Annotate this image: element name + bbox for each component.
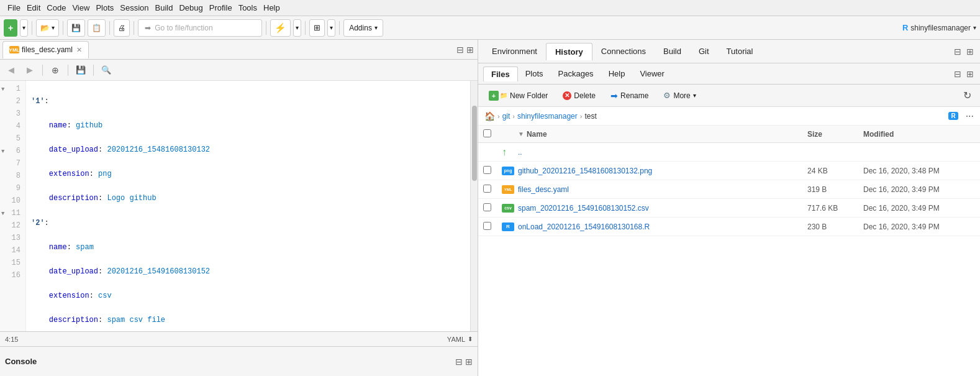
minimize-console-icon[interactable]: ⊟ [455,357,463,367]
size-column-header[interactable]: Size [807,130,863,139]
menu-profile[interactable]: Profile [207,2,235,14]
rename-button[interactable]: ➡ Rename [605,88,654,103]
bc-git[interactable]: git [502,112,510,121]
scrollbar-thumb[interactable] [472,106,477,181]
more-button[interactable]: ⚙ More ▾ [658,88,701,103]
print-button[interactable]: 🖨 [114,19,130,37]
more-dropdown-icon: ▾ [693,92,696,99]
new-file-button[interactable]: + [4,19,17,37]
minimize-editor-icon[interactable]: ⊟ [456,45,464,55]
file-name-csv[interactable]: spam_20201216_15491608130152.csv [518,204,807,213]
tab-packages[interactable]: Packages [551,66,601,81]
goto-input[interactable]: ➡ Go to file/function [138,19,262,37]
file-name-yaml[interactable]: files_desc.yaml [518,185,807,194]
open-file-button[interactable]: 📂 ▾ [36,19,59,37]
tab-build[interactable]: Build [655,43,690,60]
home-icon[interactable]: 🏠 [484,111,495,121]
modified-column-header[interactable]: Modified [863,130,975,139]
bc-arrow-2: › [512,112,515,120]
tab-tutorial[interactable]: Tutorial [718,43,762,60]
refresh-button[interactable]: ↻ [960,89,975,102]
yaml-file-icon: YML [9,46,19,53]
file-checkbox-3[interactable] [483,203,491,211]
run-button[interactable]: ⚡ [270,19,291,37]
breadcrumb: 🏠 › git › shinyfilesmanager › test R ··· [478,107,980,126]
tab-plots[interactable]: Plots [518,66,551,81]
addins-button[interactable]: Addins ▾ [343,19,383,37]
tab-git[interactable]: Git [690,43,718,60]
menu-view[interactable]: View [70,2,92,14]
file-name-up[interactable]: .. [518,148,807,157]
minimize-files-icon[interactable]: ⊟ [953,68,963,80]
menu-help[interactable]: Help [261,2,283,14]
bc-shinyfilesmanager[interactable]: shinyfilesmanager [517,112,578,121]
maximize-console-icon[interactable]: ⊞ [465,357,473,367]
code-content[interactable]: '1': name: github date_upload: 20201216_… [26,81,470,331]
main-toolbar: + ▾ 📂 ▾ 💾 📋 🖨 ➡ Go to file/function ⚡ ▾ … [0,16,980,40]
maximize-right-icon[interactable]: ⊞ [965,45,975,58]
tab-environment[interactable]: Environment [483,43,546,60]
menu-edit[interactable]: Edit [24,2,43,14]
file-modified-r: Dec 16, 2020, 3:49 PM [863,222,975,231]
name-column-header[interactable]: ▼ Name [518,130,807,139]
tab-viewer[interactable]: Viewer [632,66,672,81]
save-all-button[interactable]: 📋 [88,19,106,37]
new-folder-button[interactable]: + 📁 New Folder [483,88,553,103]
maximize-editor-icon[interactable]: ⊞ [466,45,474,55]
select-all-checkbox[interactable] [483,129,491,137]
file-modified-csv: Dec 16, 2020, 3:49 PM [863,204,975,213]
editor-toolbar: ◀ ▶ ⊕ 💾 🔍 [0,60,478,81]
editor-tab-yaml[interactable]: YML files_desc.yaml ✕ [2,41,89,58]
file-list: ↑ .. png github_20201216_15481608130132.… [478,143,980,376]
new-folder-icon: + 📁 [489,91,507,101]
r-file-icon: R [502,222,514,231]
menu-debug[interactable]: Debug [176,2,205,14]
menu-plots[interactable]: Plots [93,2,116,14]
new-file-dropdown[interactable]: ▾ [20,19,28,37]
file-checkbox-4[interactable] [483,222,491,230]
file-size-png: 24 KB [807,167,863,175]
editor-scrollbar[interactable] [470,81,478,331]
addins-dropdown-icon: ▾ [374,24,378,31]
menu-file[interactable]: File [5,2,23,14]
r-file-badge: R [948,112,958,120]
name-header-label: Name [527,130,547,139]
run-dropdown[interactable]: ▾ [293,19,301,37]
tab-files[interactable]: Files [483,66,518,81]
tab-connections[interactable]: Connections [592,43,655,60]
menu-code[interactable]: Code [44,2,68,14]
tab-help[interactable]: Help [601,66,633,81]
minimize-right-icon[interactable]: ⊟ [953,45,963,58]
lang-dropdown-icon[interactable]: ⬍ [468,336,473,342]
tab-close-icon[interactable]: ✕ [76,46,82,54]
table-button[interactable]: ⊞ [309,19,325,37]
file-name-r[interactable]: onLoad_20201216_15491608130168.R [518,222,807,231]
find-button[interactable]: 🔍 [99,63,114,78]
user-name: shinyfilesmanager [910,24,971,32]
second-tabs-bar: Files Plots Packages Help Viewer ⊟ ⊞ [478,63,980,85]
new-folder-label: New Folder [510,91,548,100]
menu-session[interactable]: Session [117,2,151,14]
file-checkbox-2[interactable] [483,185,491,193]
tab-history[interactable]: History [546,43,592,60]
table-dropdown[interactable]: ▾ [327,19,335,37]
back-button[interactable]: ◀ [4,63,19,78]
menu-build[interactable]: Build [153,2,176,14]
yaml-file-icon: YML [502,185,514,194]
menu-tools[interactable]: Tools [236,2,260,14]
delete-button[interactable]: ✕ Delete [557,89,601,103]
user-dropdown-icon: ▾ [973,24,976,31]
console-label: Console [5,357,37,366]
file-name-png[interactable]: github_20201216_15481608130132.png [518,167,807,175]
goto-symbol-button[interactable]: ⊕ [48,63,63,78]
breadcrumb-more[interactable]: ··· [966,111,974,122]
maximize-files-icon[interactable]: ⊞ [965,68,975,80]
top-tabs-bar: Environment History Connections Build Gi… [478,40,980,63]
goto-label: Go to file/function [155,24,212,32]
delete-icon: ✕ [563,91,571,100]
save-button[interactable]: 💾 [67,19,85,37]
list-item: csv spam_20201216_15491608130152.csv 717… [478,199,980,218]
save-file-button[interactable]: 💾 [73,63,88,78]
file-checkbox-1[interactable] [483,166,491,174]
forward-button[interactable]: ▶ [22,63,37,78]
